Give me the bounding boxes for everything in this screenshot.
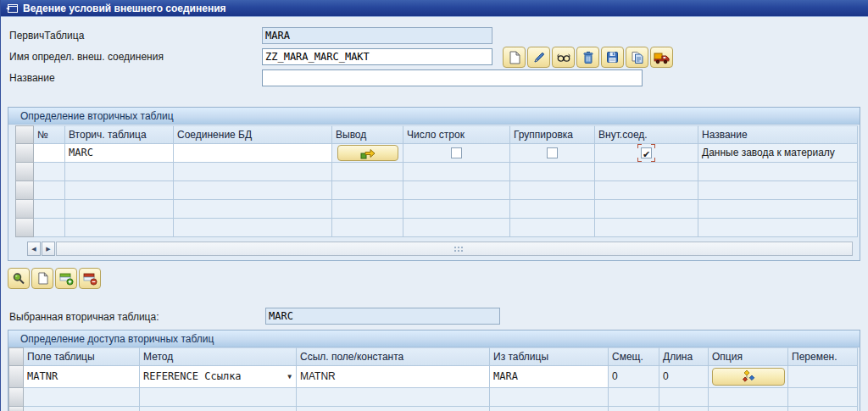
- output-button[interactable]: [337, 145, 398, 161]
- primary-table-value: MARA: [265, 30, 290, 42]
- option-diamonds-icon: [740, 369, 757, 384]
- cell-output: [332, 144, 403, 163]
- access-definition-section-title: Определение доступа вторичных таблиц: [8, 330, 860, 347]
- cell-row-count: [403, 144, 510, 163]
- description-input[interactable]: [262, 69, 643, 86]
- description-label: Название: [9, 69, 55, 86]
- grid-header-row: Поле таблицы Метод Ссыл. поле/константа …: [8, 347, 858, 366]
- transport-button[interactable]: [650, 47, 673, 68]
- table-row-empty: [15, 200, 858, 219]
- cell-table[interactable]: MARC: [65, 144, 174, 163]
- cell-field[interactable]: MATNR: [24, 366, 140, 388]
- row-count-checkbox[interactable]: [451, 147, 462, 158]
- option-button[interactable]: [712, 368, 785, 386]
- create-button[interactable]: [503, 47, 526, 68]
- delete-row-button[interactable]: [79, 268, 101, 289]
- col-header-grouping: Группировка: [510, 125, 595, 144]
- row-selector[interactable]: [15, 200, 34, 219]
- cell-grouping: [510, 144, 595, 163]
- delete-button[interactable]: [576, 47, 599, 68]
- select-all-cell[interactable]: [15, 125, 34, 144]
- display-button[interactable]: [552, 47, 575, 68]
- cell-inner-join: [595, 144, 698, 163]
- inner-join-checkbox[interactable]: [641, 147, 652, 158]
- col-header-ref-field: Ссыл. поле/константа: [297, 347, 490, 366]
- table-row: MATNR REFERENCE Ссылка ▼ MATNR MARA 0 0: [8, 366, 858, 388]
- table-row-empty: [8, 407, 858, 411]
- col-header-db-connection: Соединение БД: [174, 125, 332, 144]
- scroll-left-button[interactable]: ◀: [27, 242, 41, 256]
- scroll-right-button[interactable]: ▶: [42, 242, 55, 256]
- access-definition-section: Определение доступа вторичных таблиц Пол…: [8, 330, 860, 411]
- col-header-option: Опция: [709, 347, 788, 366]
- row-selector[interactable]: [15, 144, 34, 163]
- external-join-dialog: Ведение условий внешнего соединения Перв…: [0, 0, 868, 411]
- cell-variable[interactable]: [788, 366, 858, 388]
- window-title: Ведение условий внешнего соединения: [23, 3, 226, 14]
- col-header-offset: Смещ.: [609, 347, 659, 366]
- new-entry-button[interactable]: [31, 268, 53, 289]
- table-row-empty: [15, 181, 858, 200]
- access-definition-grid: Поле таблицы Метод Ссыл. поле/константа …: [8, 347, 858, 411]
- cell-option: [709, 366, 788, 388]
- chevron-down-icon: ▼: [287, 368, 292, 386]
- row-selector[interactable]: [8, 366, 24, 388]
- save-button[interactable]: [601, 47, 624, 68]
- method-dropdown[interactable]: REFERENCE Ссылка ▼: [140, 366, 297, 388]
- edit-button[interactable]: [527, 47, 550, 68]
- title-bar: Ведение условий внешнего соединения: [1, 0, 868, 17]
- secondary-tables-section-title: Определение вторичных таблиц: [8, 108, 860, 125]
- horizontal-scrollbar: ◀ ▶: [27, 242, 853, 256]
- col-header-table: Вторич. таблица: [65, 125, 174, 144]
- detail-search-button[interactable]: [8, 268, 30, 289]
- row-selector[interactable]: [15, 181, 34, 200]
- dialog-screen-icon: [6, 3, 18, 14]
- insert-row-button[interactable]: [55, 268, 77, 289]
- transport-truck-icon: [654, 51, 670, 64]
- scrollbar-grip: [454, 247, 456, 248]
- col-header-method: Метод: [140, 347, 297, 366]
- grid-toolbar: [8, 268, 101, 289]
- col-header-length: Длина: [659, 347, 709, 366]
- join-name-input[interactable]: ZZ_MARA_MARC_MAKT: [262, 48, 492, 65]
- cell-ref-field[interactable]: MATNR: [297, 366, 490, 388]
- primary-table-field: MARA: [262, 27, 492, 44]
- cell-offset[interactable]: 0: [609, 366, 659, 388]
- col-header-output: Вывод: [332, 125, 403, 144]
- secondary-tables-grid: № Вторич. таблица Соединение БД Вывод Чи…: [15, 125, 858, 237]
- row-selector[interactable]: [8, 407, 24, 411]
- grid-header-row: № Вторич. таблица Соединение БД Вывод Чи…: [15, 125, 858, 144]
- row-selector[interactable]: [15, 219, 34, 237]
- cell-from-table[interactable]: MARA: [490, 366, 609, 388]
- method-value: REFERENCE Ссылка: [143, 368, 287, 386]
- join-name-value: ZZ_MARA_MARC_MAKT: [265, 51, 370, 63]
- copy-button[interactable]: [626, 47, 648, 68]
- row-selector[interactable]: [8, 388, 24, 407]
- focus-frame: [637, 144, 655, 162]
- col-header-field: Поле таблицы: [24, 347, 140, 366]
- save-icon: [606, 51, 619, 64]
- new-entry-icon: [37, 272, 48, 285]
- table-row-empty: [8, 388, 858, 407]
- col-header-inner-join: Внут.соед.: [595, 125, 698, 144]
- search-icon: [12, 272, 25, 286]
- select-all-cell[interactable]: [8, 347, 24, 366]
- edit-pencil-icon: [532, 51, 546, 64]
- join-name-label: Имя определ. внеш. соединения: [9, 48, 164, 65]
- copy-icon: [631, 51, 644, 64]
- cell-length[interactable]: 0: [659, 366, 709, 388]
- secondary-tables-section: Определение вторичных таблиц № Вторич. т…: [8, 107, 860, 261]
- new-document-icon: [509, 51, 520, 64]
- table-row-empty: [15, 219, 858, 237]
- primary-table-label: ПервичТаблица: [9, 27, 84, 44]
- cell-db-connection[interactable]: [174, 144, 332, 163]
- delete-row-icon: [83, 272, 97, 286]
- display-glasses-icon: [556, 52, 571, 64]
- grouping-checkbox[interactable]: [547, 147, 558, 158]
- table-row: MARC: [15, 144, 858, 163]
- row-selector[interactable]: [15, 163, 34, 181]
- selected-table-value: MARC: [269, 310, 293, 322]
- cell-num[interactable]: [34, 144, 65, 163]
- scrollbar-track[interactable]: [56, 242, 853, 256]
- cell-name[interactable]: Данные завода к материалу: [698, 144, 858, 163]
